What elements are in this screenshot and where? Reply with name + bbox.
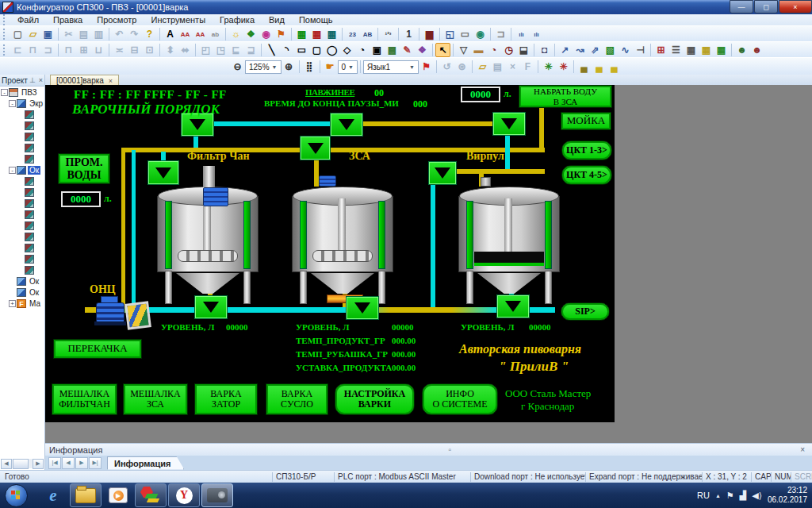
operator-1-icon[interactable]: ☻: [734, 43, 749, 57]
align-right-icon[interactable]: ⊐: [40, 43, 56, 57]
lcd-dark-icon[interactable]: ▦: [324, 27, 339, 41]
num-23-icon[interactable]: 23: [345, 27, 360, 41]
text-icon[interactable]: A: [163, 27, 178, 41]
same-height-icon[interactable]: ⊟: [127, 43, 142, 57]
hmi-screen-canvas[interactable]: Фильтр ЧанЗСАВирпулFF : FF : FF FFFF - F…: [45, 85, 615, 422]
frame-tool-icon[interactable]: ▣: [370, 43, 385, 57]
delete-part-icon[interactable]: ×: [505, 60, 520, 74]
trend-green-icon[interactable]: ▧: [603, 43, 618, 57]
sprinkler-red-icon[interactable]: ✳: [556, 60, 571, 74]
menu-Графика[interactable]: Графика: [213, 14, 262, 25]
grid-toggle-icon[interactable]: ⣿: [302, 60, 317, 74]
menu-Просмотр[interactable]: Просмотр: [90, 14, 144, 25]
info-o-sisteme-button[interactable]: ИНФО О СИСТЕМЕ: [422, 383, 498, 415]
cut-icon[interactable]: ✂: [61, 27, 76, 41]
align-top-icon[interactable]: ⊓: [61, 43, 76, 57]
valve-6[interactable]: [428, 161, 457, 185]
station-3-icon[interactable]: ▄: [607, 60, 622, 74]
valve-8[interactable]: [346, 296, 379, 320]
strike-text-icon[interactable]: ab: [208, 27, 223, 41]
menu-Правка[interactable]: Правка: [46, 14, 90, 25]
trend-xy-icon[interactable]: ∿: [618, 43, 633, 57]
tree-expander[interactable]: +: [9, 300, 16, 307]
valve-3[interactable]: [492, 112, 526, 136]
nastrojka-varki-button[interactable]: НАСТРОЙКА ВАРКИ: [335, 383, 415, 415]
image-tool-icon[interactable]: ▩: [385, 43, 400, 57]
lamp-icon[interactable]: ☼: [228, 27, 243, 41]
menu-Инструменты[interactable]: Инструменты: [144, 14, 213, 25]
polygon-tool-icon[interactable]: ◇: [339, 43, 354, 57]
close-button[interactable]: ×: [779, 0, 812, 13]
menu-Помощь[interactable]: Помощь: [292, 14, 340, 25]
group-icon[interactable]: ⊑: [228, 43, 243, 57]
part-props-icon[interactable]: ▤: [490, 60, 505, 74]
sp300-taskbar-icon[interactable]: [135, 483, 167, 507]
rect-tool-icon[interactable]: ▭: [294, 43, 309, 57]
grid-green-icon[interactable]: ▦: [714, 43, 729, 57]
copy-icon[interactable]: ▤: [76, 27, 91, 41]
zoom-out-icon[interactable]: ⊖: [230, 60, 245, 74]
function-key-icon[interactable]: F: [520, 60, 535, 74]
tree-item-screen[interactable]: [0, 187, 44, 198]
tree-expander[interactable]: -: [9, 100, 16, 107]
station-1-icon[interactable]: ▄: [576, 60, 592, 74]
one-icon[interactable]: 1: [401, 27, 416, 41]
tree-item-Ок[interactable]: Ок: [0, 287, 44, 298]
start-button[interactable]: [5, 484, 28, 507]
network-icon[interactable]: ▟: [740, 491, 746, 501]
sprinkler-green-icon[interactable]: ✳: [541, 60, 556, 74]
configurator-taskbar-icon[interactable]: [201, 483, 233, 507]
tree-item-screen[interactable]: [0, 175, 44, 187]
tree-item-screen[interactable]: [0, 220, 44, 231]
language-indicator[interactable]: RU: [697, 491, 710, 500]
align-bottom-icon[interactable]: ⊔: [91, 43, 106, 57]
camera-icon[interactable]: ⬓: [516, 43, 531, 57]
minimize-button[interactable]: —: [730, 0, 753, 13]
tree-item-Ок[interactable]: Ок: [0, 275, 44, 287]
tree-item-screen[interactable]: [0, 253, 44, 264]
mojka-button[interactable]: МОЙКА: [561, 112, 611, 130]
clock-icon[interactable]: ◷: [501, 43, 516, 57]
touch-value-select[interactable]: 0 ▼: [338, 60, 358, 74]
new-icon[interactable]: ▢: [10, 27, 25, 41]
nabrat-vodu-button[interactable]: НАБРАТЬ ВОДУ В ЗСА: [519, 85, 612, 108]
valve-9[interactable]: [496, 294, 530, 318]
donut-icon[interactable]: ◉: [259, 27, 274, 41]
action-center-flag-icon[interactable]: ⚑: [726, 491, 734, 501]
align-middle-icon[interactable]: ⊞: [76, 43, 91, 57]
next-tab-icon[interactable]: ▶: [75, 457, 88, 469]
shield-icon[interactable]: ◘: [537, 43, 552, 57]
add-part-icon[interactable]: ▱: [475, 60, 490, 74]
explorer-taskbar-icon[interactable]: [70, 483, 102, 507]
yandex-taskbar-icon[interactable]: Y: [168, 483, 200, 507]
globe-icon[interactable]: ◉: [473, 27, 488, 41]
tree-item-screen[interactable]: [0, 153, 44, 164]
ungroup-icon[interactable]: ⊒: [243, 43, 259, 57]
tree-item-ПВЗ[interactable]: -ПВЗ: [0, 87, 44, 98]
align-center-icon[interactable]: ⊓: [25, 43, 40, 57]
language-select[interactable]: Язык1 ▼: [363, 60, 419, 74]
trend-1-icon[interactable]: ↗: [557, 43, 573, 57]
trend-2-icon[interactable]: ↝: [573, 43, 588, 57]
num-123-icon[interactable]: ¹²³: [381, 27, 396, 41]
zoom-level-select[interactable]: 125% ▼: [245, 60, 282, 74]
tree-item-screen[interactable]: [0, 142, 44, 153]
rotate-ccw-icon[interactable]: ↺: [439, 60, 454, 74]
panel-icon[interactable]: ⊐: [493, 27, 508, 41]
lcd-red-icon[interactable]: ▦: [309, 27, 324, 41]
sip-button[interactable]: SIP>: [561, 302, 610, 321]
export-icon[interactable]: ❖: [243, 27, 259, 41]
zsa-water-display[interactable]: 0000: [461, 87, 500, 102]
tree-item-screen[interactable]: [0, 120, 44, 131]
stretch-v-icon[interactable]: ⬍: [163, 43, 178, 57]
tree-item-Ок[interactable]: -Ок: [0, 164, 44, 175]
help-icon[interactable]: ?: [142, 27, 157, 41]
varka-zator-button[interactable]: ВАРКА ЗАТОР: [194, 383, 258, 415]
roundrect-tool-icon[interactable]: ▢: [309, 43, 324, 57]
ie-taskbar-icon[interactable]: e: [38, 484, 68, 506]
trend-3-icon[interactable]: ⇗: [588, 43, 603, 57]
perekachka-button[interactable]: ПЕРЕКАЧКА: [53, 339, 142, 359]
save-icon[interactable]: ▣: [40, 27, 56, 41]
flag-edit-icon[interactable]: ⚑: [274, 27, 289, 41]
zoom-in-icon[interactable]: ⊕: [282, 60, 297, 74]
